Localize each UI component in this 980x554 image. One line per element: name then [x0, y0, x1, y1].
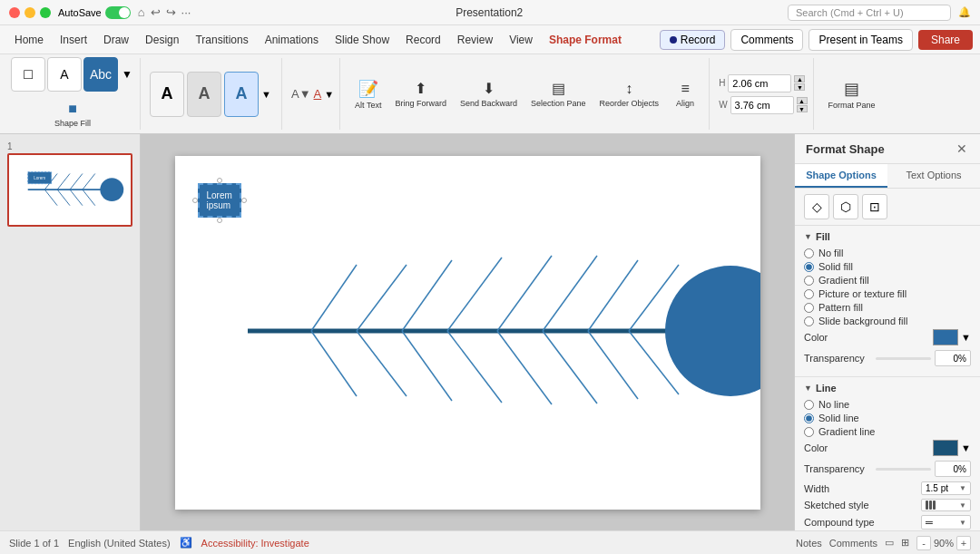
- zoom-out-button[interactable]: -: [916, 536, 931, 550]
- more-icon[interactable]: ···: [181, 5, 191, 19]
- notification-icon[interactable]: 🔔: [958, 6, 971, 18]
- no-line-radio[interactable]: [804, 400, 814, 410]
- slide-bg-fill-radio[interactable]: [804, 316, 814, 326]
- line-transparency-value[interactable]: 0%: [935, 461, 971, 477]
- width-up[interactable]: ▲: [797, 97, 808, 104]
- pattern-fill-radio[interactable]: [804, 303, 814, 313]
- font-btn-a3[interactable]: A: [224, 72, 259, 117]
- slide-thumbnail[interactable]: Lorem: [7, 153, 132, 227]
- view-normal-icon[interactable]: ▭: [885, 537, 894, 549]
- resize-handle-left[interactable]: [192, 198, 198, 203]
- line-color-dropdown[interactable]: ▼: [961, 442, 971, 453]
- fullscreen-window-button[interactable]: [40, 7, 51, 18]
- menu-animations[interactable]: Animations: [258, 31, 326, 49]
- slide-canvas[interactable]: Lorem ipsum: [175, 156, 760, 510]
- search-bar[interactable]: Search (Cmd + Ctrl + U): [788, 5, 951, 21]
- fill-transparency-slider[interactable]: [876, 357, 931, 360]
- shape-button-1[interactable]: □: [11, 57, 45, 92]
- align-button[interactable]: ≡ Align: [667, 77, 703, 112]
- picture-fill-option[interactable]: Picture or texture fill: [804, 288, 971, 299]
- effects-icon[interactable]: ⬡: [833, 194, 858, 219]
- selection-pane-button[interactable]: ▤ Selection Pane: [525, 76, 592, 112]
- home-icon[interactable]: ⌂: [138, 5, 145, 19]
- present-teams-button[interactable]: Present in Teams: [808, 29, 913, 51]
- fill-transparency-value[interactable]: 0%: [935, 350, 971, 366]
- zoom-in-button[interactable]: +: [956, 536, 971, 550]
- comments-button[interactable]: Comments: [730, 29, 803, 51]
- accessibility-info[interactable]: Accessibility: Investigate: [201, 538, 309, 549]
- line-transparency-slider[interactable]: [876, 468, 931, 471]
- pattern-fill-option[interactable]: Pattern fill: [804, 302, 971, 313]
- height-down[interactable]: ▼: [794, 83, 805, 91]
- no-fill-option[interactable]: No fill: [804, 248, 971, 258]
- font-color-icon[interactable]: A: [314, 87, 322, 101]
- notes-button[interactable]: Notes: [796, 538, 822, 549]
- line-section-header[interactable]: ▼ Line: [804, 383, 971, 394]
- send-backward-button[interactable]: ⬇ Send Backward: [455, 76, 523, 112]
- line-color-swatch[interactable]: [933, 440, 958, 456]
- slide-bg-fill-option[interactable]: Slide background fill: [804, 316, 971, 326]
- undo-icon[interactable]: ↩: [151, 5, 161, 19]
- width-value-input[interactable]: 1.5 pt ▼: [921, 481, 971, 495]
- width-input[interactable]: [730, 96, 794, 114]
- menu-record[interactable]: Record: [398, 31, 448, 49]
- height-up[interactable]: ▲: [794, 75, 805, 83]
- resize-handle-top[interactable]: [217, 178, 222, 183]
- font-btn-a2[interactable]: A: [187, 72, 221, 117]
- tab-shape-options[interactable]: Shape Options: [795, 164, 887, 188]
- fill-color-dropdown[interactable]: ▼: [961, 332, 971, 343]
- resize-handle-bottom[interactable]: [217, 218, 222, 223]
- menu-home[interactable]: Home: [7, 31, 51, 49]
- selected-textbox[interactable]: Lorem ipsum: [198, 183, 241, 218]
- format-pane-button[interactable]: ▤ Format Pane: [823, 75, 881, 113]
- view-grid-icon[interactable]: ⊞: [901, 537, 909, 549]
- fill-color-swatch[interactable]: [933, 329, 958, 345]
- shape-fill-button[interactable]: ■ Shape Fill: [49, 97, 96, 131]
- height-input[interactable]: [728, 74, 791, 92]
- no-fill-radio[interactable]: [804, 248, 814, 258]
- close-window-button[interactable]: [9, 7, 20, 18]
- sketched-style-dropdown[interactable]: ▼: [921, 499, 971, 511]
- menu-review[interactable]: Review: [450, 31, 500, 49]
- gradient-line-option[interactable]: Gradient line: [804, 426, 971, 437]
- menu-insert[interactable]: Insert: [53, 31, 94, 49]
- shapes-expand[interactable]: ▼: [120, 57, 134, 92]
- solid-fill-radio[interactable]: [804, 262, 814, 272]
- font-btn-a1[interactable]: A: [150, 72, 184, 117]
- format-panel-close-button[interactable]: ✕: [955, 141, 969, 156]
- autosave-toggle[interactable]: AutoSave: [58, 6, 131, 19]
- textfill-icon[interactable]: A▼: [291, 87, 311, 101]
- size-icon[interactable]: ⊡: [862, 194, 887, 219]
- canvas-area[interactable]: Lorem ipsum: [141, 134, 794, 530]
- autosave-toggle-switch[interactable]: [105, 6, 131, 19]
- fill-section-header[interactable]: ▼ Fill: [804, 231, 971, 242]
- gradient-fill-radio[interactable]: [804, 276, 814, 286]
- width-down[interactable]: ▼: [797, 105, 808, 112]
- share-button[interactable]: Share: [918, 30, 973, 50]
- fill-icon[interactable]: ◇: [804, 194, 829, 219]
- gradient-line-radio[interactable]: [804, 427, 814, 437]
- compound-type-dropdown[interactable]: ═ ▼: [921, 515, 971, 530]
- alt-text-button[interactable]: 📝 Alt Text: [349, 75, 387, 113]
- record-button[interactable]: Record: [660, 30, 726, 50]
- menu-transitions[interactable]: Transitions: [188, 31, 255, 49]
- reorder-objects-button[interactable]: ↕ Reorder Objects: [594, 77, 665, 112]
- minimize-window-button[interactable]: [24, 7, 35, 18]
- no-line-option[interactable]: No line: [804, 399, 971, 410]
- picture-fill-radio[interactable]: [804, 289, 814, 299]
- menu-view[interactable]: View: [502, 31, 540, 49]
- redo-icon[interactable]: ↪: [166, 5, 176, 19]
- shape-button-3[interactable]: Abc: [83, 57, 118, 92]
- tab-text-options[interactable]: Text Options: [887, 164, 980, 188]
- shape-button-2[interactable]: A: [47, 57, 82, 92]
- resize-handle-right[interactable]: [241, 198, 247, 203]
- textfill-expand[interactable]: ▼: [324, 89, 334, 100]
- solid-line-radio[interactable]: [804, 413, 814, 423]
- solid-line-option[interactable]: Solid line: [804, 413, 971, 423]
- menu-slideshow[interactable]: Slide Show: [328, 31, 397, 49]
- solid-fill-option[interactable]: Solid fill: [804, 261, 971, 272]
- bring-forward-button[interactable]: ⬆ Bring Forward: [389, 76, 452, 112]
- menu-design[interactable]: Design: [138, 31, 186, 49]
- menu-draw[interactable]: Draw: [96, 31, 136, 49]
- text-expand[interactable]: ▼: [261, 89, 276, 100]
